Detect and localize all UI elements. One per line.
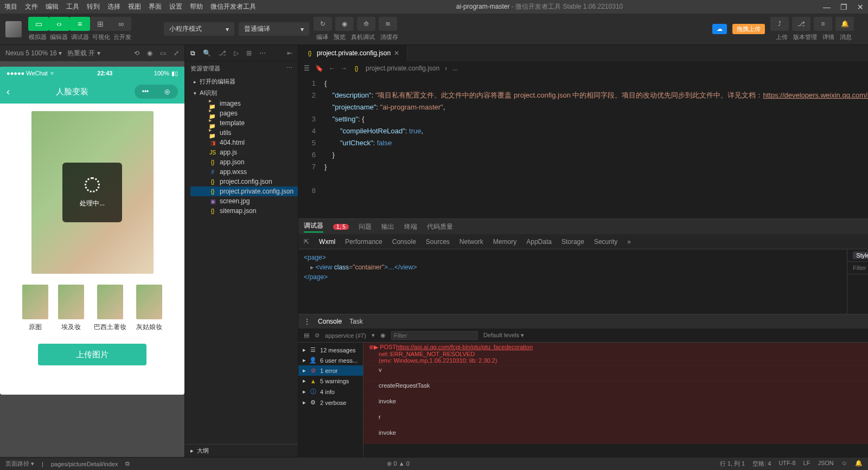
thumb-cinderella[interactable]: 灰姑娘妆 (136, 285, 162, 332)
drag-upload-badge[interactable]: 拖拽上传 (732, 24, 765, 34)
styles-tab-styles[interactable]: Styles (853, 252, 868, 259)
menu-view[interactable]: 视图 (128, 2, 141, 11)
console-clear-icon[interactable]: ⊘ (315, 332, 320, 339)
feedback-icon[interactable]: ☺ (841, 460, 847, 468)
subtab-performance[interactable]: Performance (345, 238, 382, 246)
explorer-more-actions[interactable]: ⋯ (286, 65, 292, 73)
styles-filter-input[interactable] (853, 264, 868, 272)
cursor-position[interactable]: 行 1, 列 1 (720, 460, 745, 468)
notifications-icon[interactable]: 🔔 (855, 460, 863, 468)
thumb-egypt[interactable]: 埃及妆 (58, 285, 84, 332)
console-trace-line[interactable]: v@ VM9 asdebug.js:10 (363, 365, 868, 381)
device-select[interactable]: Nexus 5 100% 16 ▾ (5, 49, 62, 57)
file-project-config-json[interactable]: {}project.config.json (190, 177, 298, 186)
file-utils[interactable]: ▸ 📁utils (190, 128, 298, 138)
file-pages[interactable]: ▸ 📁pages (190, 108, 298, 118)
menu-select[interactable]: 选择 (107, 2, 120, 11)
console-context-select[interactable]: appservice (#7) (325, 332, 366, 339)
console-side-2-verbose[interactable]: ▸⚙2 verbose (298, 397, 363, 408)
detail-button[interactable]: ≡ (814, 17, 832, 31)
explorer-more-icon[interactable]: ⋯ (259, 49, 266, 57)
explorer-files-icon[interactable]: ⧉ (190, 49, 195, 57)
subtab-wxml[interactable]: Wxml (319, 238, 335, 246)
version-button[interactable]: ⎇ (792, 17, 810, 31)
breadcrumb-more[interactable]: ... (452, 65, 458, 72)
message-button[interactable]: 🔔 (835, 17, 854, 31)
console-trace-line[interactable]: createRequestTask@ VM9 asdebug.js:10 (363, 381, 868, 397)
minimize-button[interactable]: — (823, 3, 831, 11)
thumb-brazil[interactable]: 巴西土著妆 (94, 285, 126, 332)
console-side-1-error[interactable]: ▸⊘1 error (298, 365, 363, 376)
menu-devtools[interactable]: 微信开发者工具 (210, 2, 256, 11)
capsule-close[interactable]: ◎ (156, 85, 178, 99)
menu-project[interactable]: 项目 (4, 2, 17, 11)
bc-fwd-icon[interactable]: → (341, 65, 347, 72)
visualize-toggle[interactable]: ⊞ (90, 17, 111, 31)
menu-help[interactable]: 帮助 (190, 2, 203, 11)
console-log[interactable]: ⊗ ▶ POST https://api.ai.qq.com/fcgi-bin/… (363, 343, 868, 457)
page-path-label[interactable]: 页面路径 ▾ (5, 460, 34, 468)
subtab-memory[interactable]: Memory (493, 238, 516, 246)
console-side-12-messages[interactable]: ▸☰12 messages (298, 345, 363, 355)
user-avatar[interactable] (5, 21, 22, 37)
explorer-git-icon[interactable]: ⎇ (219, 49, 226, 57)
encoding[interactable]: UTF-8 (778, 460, 795, 468)
console-sidebar-toggle[interactable]: ▤ (304, 332, 309, 339)
subtab-storage[interactable]: Storage (561, 238, 584, 246)
subtab-more[interactable]: » (627, 238, 631, 246)
mode-select[interactable]: 小程序模式▾ (164, 22, 234, 36)
sim-phone-icon[interactable]: ▭ (160, 49, 166, 57)
menu-goto[interactable]: 转到 (87, 2, 100, 11)
explorer-collapse-icon[interactable]: ⇤ (287, 49, 292, 57)
file-sitemap-json[interactable]: {}sitemap.json (190, 206, 298, 216)
language-mode[interactable]: JSON (818, 460, 833, 468)
preview-button[interactable]: ◉ (335, 17, 354, 31)
compile-select[interactable]: 普通编译▾ (239, 22, 309, 36)
tab-close-icon[interactable]: ✕ (394, 49, 399, 57)
bc-bookmark-icon[interactable]: 🔖 (315, 65, 323, 72)
dbg-tab-terminal[interactable]: 终端 (404, 222, 417, 231)
tab-project-private-config[interactable]: {}project.private.config.json✕ (298, 45, 407, 61)
file-404-html[interactable]: ◨404.html (190, 138, 298, 147)
console-side-6-user-mess...[interactable]: ▸👤6 user mess... (298, 355, 363, 365)
menu-settings[interactable]: 设置 (169, 2, 182, 11)
indent-setting[interactable]: 空格: 4 (752, 460, 771, 468)
wxml-tree[interactable]: <page> ▸ <view class="container">…</view… (298, 249, 847, 314)
file-screen-jpg[interactable]: ▣screen.jpg (190, 196, 298, 206)
explorer-ext-icon[interactable]: ⊞ (246, 49, 252, 57)
dbg-tab-debugger[interactable]: 调试器 (304, 221, 323, 233)
realdev-button[interactable]: ⟰ (357, 17, 375, 31)
subtab-security[interactable]: Security (594, 238, 617, 246)
subtab-console[interactable]: Console (392, 238, 416, 246)
subtab-sources[interactable]: Sources (426, 238, 450, 246)
editor-toggle[interactable]: ‹› (49, 17, 69, 31)
simulator-toggle[interactable]: ▭ (28, 17, 49, 31)
file-app-js[interactable]: JSapp.js (190, 147, 298, 157)
file-template[interactable]: ▸ 📁template (190, 118, 298, 128)
clear-cache-button[interactable]: ≋ (379, 17, 397, 31)
console-trace-line[interactable]: r@ VM9 asdebug.js:10 (363, 413, 868, 428)
copy-path-icon[interactable]: ⧉ (125, 460, 130, 467)
file-app-json[interactable]: {}app.json (190, 157, 298, 167)
eol[interactable]: LF (803, 460, 810, 468)
menu-edit[interactable]: 编辑 (46, 2, 59, 11)
menu-tools[interactable]: 工具 (66, 2, 79, 11)
close-button[interactable]: ✕ (857, 3, 864, 11)
dbg-tab-output[interactable]: 输出 (381, 222, 394, 231)
inspect-icon[interactable]: ⇱ (304, 238, 309, 246)
thumb-original[interactable]: 原图 (22, 285, 48, 332)
cloud-toggle[interactable]: ∞ (111, 17, 131, 31)
maximize-button[interactable]: ❐ (840, 3, 847, 11)
console-trace-line[interactable]: invoke@ VM9 asdebug.js:10 (363, 397, 868, 413)
console-error-entry[interactable]: ⊗ ▶ POST https://api.ai.qq.com/fcgi-bin/… (363, 343, 868, 365)
file-images[interactable]: ▸ 📁images (190, 99, 298, 108)
console-side-5-warnings[interactable]: ▸▲5 warnings (298, 376, 363, 386)
hotreload-select[interactable]: 热重载 开 ▾ (67, 49, 100, 58)
page-path[interactable]: pages/pictureDetail/index (51, 461, 118, 467)
sim-rotate-icon[interactable]: ⟲ (134, 49, 139, 57)
project-section[interactable]: ▾AI识别 (185, 87, 298, 99)
upload-image-button[interactable]: 上传图片 (38, 344, 146, 365)
sim-expand-icon[interactable]: ⤢ (174, 49, 179, 57)
subtab-network[interactable]: Network (459, 238, 483, 246)
console-side-4-info[interactable]: ▸ⓘ4 info (298, 386, 363, 397)
